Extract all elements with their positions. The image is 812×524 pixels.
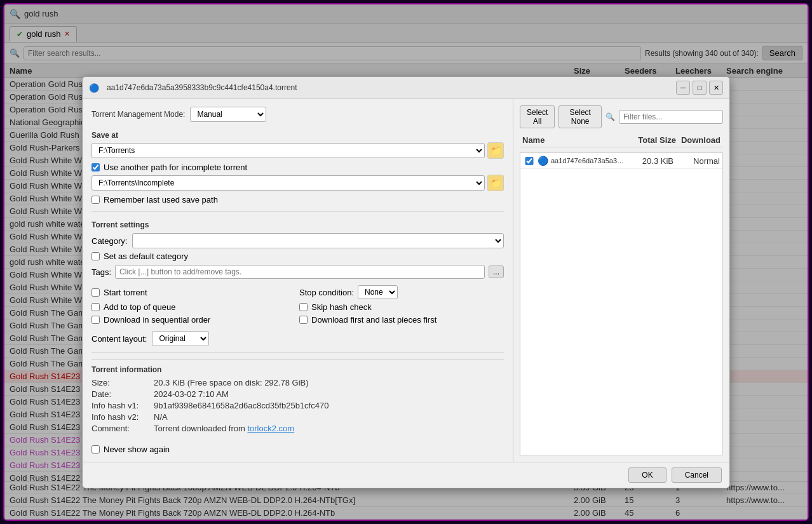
set-default-category-row: Set as default category [91,252,504,261]
info-comment-prefix: Torrent downloaded from [154,424,247,433]
ok-button[interactable]: OK [628,467,666,483]
dialog-body: Torrent Management Mode: Manual Save at … [83,99,729,462]
save-at-section: Save at F:\Torrents 📁 Use another path f… [91,128,504,205]
torrent-settings-title: Torrent settings [91,220,504,229]
category-row: Category: [91,233,504,248]
save-path-select[interactable]: F:\Torrents [91,143,485,158]
file-row: 🔵 aa1d747e6da73a5a3958333b9c9c441cfe4150… [520,153,722,169]
dialog-minimize-button[interactable]: ─ [676,81,690,95]
files-col-name: Name [522,135,632,145]
files-list: 🔵 aa1d747e6da73a5a3958333b9c9c441cfe4150… [520,152,723,455]
add-to-queue-row: Add to top of queue [91,302,296,312]
dialog-left-panel: Torrent Management Mode: Manual Save at … [83,99,513,462]
use-another-path-checkbox[interactable] [91,163,100,171]
first-last-label: Download first and last pieces first [311,315,436,325]
add-torrent-dialog: 🔵 aa1d747e6da73a5a3958333b9c9c441cfe4150… [82,76,730,488]
file-name: aa1d747e6da73a5a3958333b9c9c441cfe4150a4… [551,157,627,165]
stop-condition-select[interactable]: None [358,285,398,299]
content-layout-row: Content layout: Original [91,331,504,346]
management-mode-row: Torrent Management Mode: Manual [91,107,504,122]
info-comment-label: Comment: [91,424,149,433]
start-torrent-checkbox[interactable] [91,288,100,297]
content-layout-select[interactable]: Original [152,331,209,346]
sequential-label: Download in sequential order [104,315,210,325]
category-select[interactable] [132,233,504,248]
tags-button[interactable]: ... [489,265,504,278]
add-to-queue-label: Add to top of queue [104,302,175,312]
dialog-window-controls: ─ □ ✕ [676,81,723,95]
first-last-checkbox[interactable] [299,316,308,324]
skip-hash-row: Skip hash check [299,302,504,312]
stop-condition-label: Stop condition: [299,288,354,297]
tags-label: Tags: [91,267,111,277]
set-default-label: Set as default category [104,252,188,261]
first-last-row: Download first and last pieces first [299,315,504,325]
files-table-header: Name Total Size Download [520,133,723,147]
skip-hash-checkbox[interactable] [299,303,308,311]
dialog-footer: OK Cancel [83,462,729,488]
info-comment-val: Torrent downloaded from torlock2.com [154,424,504,433]
dialog-title: aa1d747e6da73a5a3958333b9c9c441cfe4150a4… [107,83,297,92]
dialog-right-panel: Select All Select None 🔍 Name Total Size… [513,99,729,462]
mode-label: Torrent Management Mode: [91,110,185,119]
tags-input[interactable] [115,265,485,279]
save-at-title: Save at [91,131,504,140]
remember-path-checkbox[interactable] [91,196,100,204]
info-hash-v2-val: N/A [154,412,504,422]
use-another-path-row: Use another path for incomplete torrent [91,163,504,172]
remember-path-row: Remember last used save path [91,195,504,205]
never-show-row: Never show again [91,445,504,454]
incomplete-path-browse-button[interactable]: 📁 [487,175,504,191]
dialog-maximize-button[interactable]: □ [693,81,707,95]
info-size-label: Size: [91,378,149,387]
info-hash-v1-label: Info hash v1: [91,401,149,410]
set-default-category-checkbox[interactable] [91,252,100,260]
mode-select[interactable]: Manual [190,107,266,122]
start-torrent-row: Start torrent [91,285,296,299]
file-checkbox[interactable] [523,157,536,165]
info-hash-v1-val: 9b1af9398e6841658a2d6ac8cd35fb25b1cfc470 [154,401,504,410]
save-path-browse-button[interactable]: 📁 [487,142,504,159]
add-to-queue-checkbox[interactable] [91,303,100,311]
info-date-label: Date: [91,389,149,399]
info-size-val: 20.3 KiB (Free space on disk: 292.78 GiB… [154,378,504,387]
file-type-icon: 🔵 [538,156,549,166]
start-torrent-label: Start torrent [104,288,147,297]
torrent-info-grid: Size: 20.3 KiB (Free space on disk: 292.… [91,378,504,433]
use-another-path-label: Use another path for incomplete torrent [104,163,247,172]
info-date-val: 2024-03-02 7:10 AM [154,389,504,399]
sequential-row: Download in sequential order [91,315,296,325]
select-all-button[interactable]: Select All [520,105,555,128]
options-section: Start torrent Stop condition: None Add t… [91,285,504,325]
files-col-size: Total Size [632,135,676,145]
stop-condition-row: Stop condition: None [299,285,504,299]
dialog-close-button[interactable]: ✕ [709,81,723,95]
files-col-download: Download [676,135,721,145]
category-label: Category: [91,236,127,246]
never-show-checkbox[interactable] [91,445,100,453]
cancel-button[interactable]: Cancel [672,467,722,483]
file-download: Normal [675,156,720,166]
never-show-label: Never show again [104,445,170,454]
save-path-row: F:\Torrents 📁 [91,142,504,159]
dialog-overlay: 🔵 aa1d747e6da73a5a3958333b9c9c441cfe4150… [0,0,812,524]
torrent-info-title: Torrent information [91,365,504,374]
info-hash-v2-label: Info hash v2: [91,412,149,422]
file-size: 20.3 KiB [629,156,673,166]
dialog-title-icon: 🔵 [89,83,99,93]
sequential-checkbox[interactable] [91,316,100,324]
torrent-info-section: Torrent information Size: 20.3 KiB (Free… [91,359,504,433]
files-header: Select All Select None 🔍 [520,105,723,128]
filter-icon: 🔍 [606,112,615,121]
content-layout-label: Content layout: [91,334,147,344]
tags-row: Tags: ... [91,265,504,279]
remember-path-label: Remember last used save path [104,195,218,205]
incomplete-path-select[interactable]: F:\Torrents\Incomplete [91,175,485,191]
info-comment-link[interactable]: torlock2.com [247,424,294,433]
dialog-title-bar: 🔵 aa1d747e6da73a5a3958333b9c9c441cfe4150… [83,77,729,99]
incomplete-path-row: F:\Torrents\Incomplete 📁 [91,175,504,191]
filter-files-input[interactable] [619,110,723,124]
torrent-settings-section: Torrent settings Category: Set as defaul… [91,218,504,279]
select-none-button[interactable]: Select None [558,105,602,128]
skip-hash-label: Skip hash check [311,302,372,312]
